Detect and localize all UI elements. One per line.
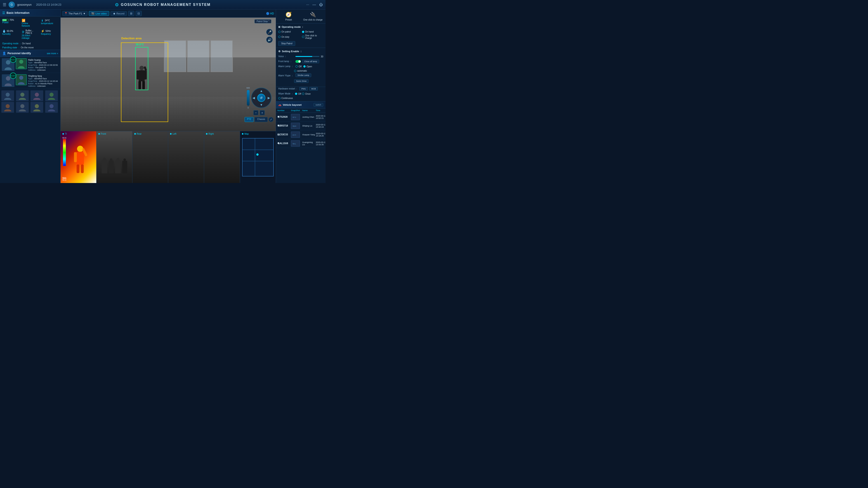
ptz-right-arrow[interactable]: ▶ [268,96,270,100]
mic-button[interactable]: 🎤 [266,29,273,35]
wiper-once-radio[interactable]: Once [302,93,311,95]
personnel-header: 👤 Personnel identify see more » [0,50,60,57]
speaker-button[interactable]: 🔊 [266,37,273,43]
more-icon[interactable]: ··· [306,3,309,7]
alarm-lamp-label: Alarm Lamp ： [278,65,294,68]
front-lamp-toggle[interactable] [296,60,301,63]
username: gosoonyun [17,3,32,6]
location-select[interactable]: 📍 The Park F1 ▼ [62,11,88,16]
face-thumb-4[interactable] [45,90,58,101]
mcb-button[interactable]: MCB [309,87,318,91]
face-thumb-8[interactable] [45,102,58,113]
svg-point-30 [110,158,112,161]
one-click-item[interactable]: 🔌 One click to charge [303,12,323,21]
topbar: ☰ G gosoonyun 2020-03-13 14:04:23 ⚙ GOSU… [0,0,326,9]
zoom-slider[interactable] [247,90,250,106]
ptz-tab[interactable]: PTZ [245,117,254,122]
snapshot-1: 粤TS [291,114,300,120]
thermal-cam: TI 50.6 28.5 Max 50.6 [61,131,96,183]
radio-one-click-charge[interactable]: One click to charge [302,34,323,39]
patrol-state-label: Patrolling state ： [2,46,20,49]
minimize-icon[interactable]: — [312,3,316,7]
face-thumb-7[interactable] [31,102,43,113]
col-name: Name [302,109,316,111]
ptz-left-arrow[interactable]: ◀ [252,96,255,100]
info-grid: 70% Power 📶 OnlineNetwork 🌡 24°C tempera… [0,17,60,41]
cam-dot-ti [62,133,64,135]
power-icon[interactable]: ⏻ [319,3,323,7]
voice-slider[interactable] [296,56,319,57]
bayonet-title: 🚗 Vehicle bayonet [278,103,302,106]
sonic-drive-button[interactable]: Sonic Drive [294,79,309,83]
face-thumb-3[interactable] [31,90,43,101]
preset-item[interactable]: 🧭 Preset [278,12,299,21]
svg-point-12 [140,66,144,70]
face-thumb-1[interactable] [1,90,14,101]
ptz-plus-btn[interactable]: + [260,110,265,115]
frequency-info: ⚡ 50Hz frequency [40,29,59,40]
wiper-off-radio[interactable]: Off [295,93,301,95]
person-detection-box: 36.6°C [135,47,148,90]
strobe-lamp-button[interactable]: Strobe Lamp [296,73,311,77]
grid-view-btn-2[interactable]: ⊟ [135,11,142,16]
wiper-continuous-label: Continuous [281,97,293,99]
close-all-button[interactable]: Close all lamp [302,60,319,63]
ptz-down-arrow[interactable]: ▼ [260,103,263,107]
see-more-link[interactable]: see more » [47,52,58,55]
menu-icon[interactable]: ☰ [3,2,6,7]
expand-btn[interactable]: ⤢ [269,117,274,122]
right-label-text: Right [209,133,214,135]
wiper-continuous-radio[interactable]: Continuous [278,97,326,99]
live-video-label: Live video [95,12,107,15]
radio-on-hand[interactable]: On hand [302,31,323,33]
personnel-icon: 👤 [2,52,6,55]
face-thumb-6[interactable] [16,102,29,113]
ptz-minus-btn[interactable]: − [253,110,258,115]
hd-badge: 🔵 HD [266,12,274,15]
camera-icon: 📷 [91,12,94,15]
ptz-center-button[interactable]: ↺ [257,94,266,102]
logo-icon: ⚙ [115,2,119,7]
switch-button[interactable]: switch [313,103,323,107]
person-card-2: 82.06% Yingfeng fang Type : Identified f… [0,73,60,89]
right-panel-content: 🧭 Preset 🔌 One click to charge ⊞ Operati… [276,9,326,183]
stop-patrol-button[interactable]: Stop Patrol [278,41,295,46]
zoom-control: 600 0 [246,87,250,109]
person-snaptime-1: SnapTime : 2020-03-13 09:33:55 [28,64,59,66]
zoom-max-label: 600 [246,87,250,89]
grid-view-btn-1[interactable]: ⊞ [128,11,134,16]
main-video: Detection area 36.6°C [61,18,276,131]
humidity-icon: 💧 [2,29,6,33]
ptz-up-arrow[interactable]: ▲ [260,89,263,93]
topbar-center: ⚙ GOSUNCN ROBOT MANAGEMENT SYSTEM [115,2,211,7]
name-3: Xiuquan Yang [302,133,316,136]
live-video-tab[interactable]: 📷 Live video [89,11,109,16]
radio-on-duty[interactable]: On duty [278,34,300,39]
pmu-button[interactable]: PMU [299,87,308,91]
alarm-auto-row: automatic [278,70,323,72]
svg-rect-21 [74,152,77,162]
radio-label-charge: One click to charge [305,34,323,39]
alarm-open-radio[interactable]: Open [303,65,312,68]
zoom-min-label: 0 [248,107,249,109]
alarm-auto-radio[interactable]: automatic [294,70,323,72]
setting-section: ⚙ Setting Enable ： Voice ： 30 Front lamp… [276,48,326,87]
name-1: Junting Chen [302,116,316,118]
radio-on-patrol[interactable]: On patrol [278,31,300,33]
charge-icon: 🔌 [310,12,316,18]
front-lamp-row: Front lamp ： Close all lamp [278,60,323,63]
face-thumb-5[interactable] [1,102,14,113]
temperature-label: 36.6°C [135,43,144,46]
chassis-tab[interactable]: Chassis [254,117,268,122]
face-thumb-2[interactable] [16,90,29,101]
map-label-text: Map [244,133,249,135]
temp-value: 24°C [45,19,50,22]
pm25-icon: 🌫 [22,30,25,34]
patrolling-status: Patrolling state ： On the move [0,46,60,50]
wiper-continuous-row: Continuous [276,97,326,99]
op-mode-icon: ⊞ [278,26,280,29]
network-label: OnlineNetwork [22,22,30,27]
alarm-off-radio[interactable]: Off [296,65,302,68]
patrol-stop-label: Patrol Stop " [256,20,269,23]
record-tab[interactable]: ⏺ Record [111,11,127,16]
